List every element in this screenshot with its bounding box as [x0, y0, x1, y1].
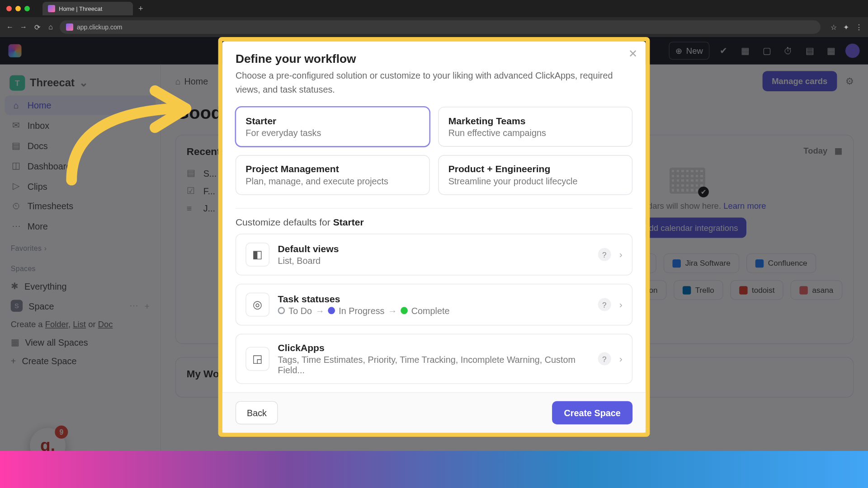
bottom-gradient-bar: [0, 451, 868, 488]
bookmark-icon[interactable]: ☆: [830, 23, 837, 32]
url-text: app.clickup.com: [77, 23, 122, 31]
new-tab-button[interactable]: +: [138, 4, 143, 14]
browser-tab[interactable]: Home | Threecat: [42, 2, 133, 15]
divider: [236, 208, 632, 208]
modal-highlight-border: ✕ Define your workflow Choose a pre-conf…: [218, 37, 650, 437]
modal-subtitle: Choose a pre-configured solution or cust…: [236, 69, 617, 96]
setting-task-statuses[interactable]: ◎ Task statuses To Do → In Progress →: [236, 284, 632, 325]
forward-icon[interactable]: →: [19, 23, 28, 32]
tab-title: Home | Threecat: [59, 5, 102, 12]
customize-label: Customize defaults for Starter: [222, 217, 646, 234]
preset-product-engineering[interactable]: Product + Engineering Streamline your pr…: [438, 155, 632, 195]
clickapps-icon: ◲: [245, 347, 269, 371]
browser-chrome: Home | Threecat + ← → ⟳ ⌂ app.clickup.co…: [0, 0, 868, 37]
home-icon[interactable]: ⌂: [46, 23, 55, 32]
nav-bar: ← → ⟳ ⌂ app.clickup.com ☆ ✦ ⋮: [0, 17, 868, 37]
close-window-icon[interactable]: [6, 6, 12, 11]
help-icon[interactable]: ?: [598, 352, 611, 366]
modal-container: ✕ Define your workflow Choose a pre-conf…: [218, 37, 650, 437]
chevron-right-icon: ›: [619, 249, 623, 260]
site-favicon-icon: [66, 23, 73, 31]
help-icon[interactable]: ?: [598, 248, 611, 261]
status-dot-inprogress: [328, 307, 335, 314]
status-pipeline: To Do → In Progress → Complete: [278, 305, 590, 315]
browser-right-controls: ☆ ✦ ⋮: [830, 23, 863, 32]
status-dot-complete: [401, 307, 408, 314]
arrow-icon: →: [316, 305, 325, 315]
reload-icon[interactable]: ⟳: [33, 23, 42, 32]
chevron-right-icon: ›: [619, 353, 623, 364]
preset-marketing[interactable]: Marketing Teams Run effective campaigns: [438, 107, 632, 146]
tab-bar: Home | Threecat +: [0, 0, 868, 17]
preset-project-management[interactable]: Project Management Plan, manage, and exe…: [236, 155, 430, 195]
views-icon: ◧: [245, 243, 269, 267]
back-icon[interactable]: ←: [5, 23, 14, 32]
back-button[interactable]: Back: [236, 401, 278, 424]
url-bar[interactable]: app.clickup.com: [60, 20, 821, 34]
chevron-right-icon: ›: [619, 299, 623, 310]
favicon-icon: [48, 5, 55, 12]
close-icon[interactable]: ✕: [628, 47, 637, 60]
status-icon: ◎: [245, 293, 269, 317]
define-workflow-modal: ✕ Define your workflow Choose a pre-conf…: [222, 41, 646, 432]
setting-clickapps[interactable]: ◲ ClickApps Tags, Time Estimates, Priori…: [236, 334, 632, 384]
preset-grid: Starter For everyday tasks Marketing Tea…: [222, 104, 646, 206]
status-dot-todo: [278, 307, 285, 314]
extensions-icon[interactable]: ✦: [843, 23, 849, 32]
create-space-button[interactable]: Create Space: [552, 401, 632, 424]
window-controls: [6, 6, 30, 11]
help-icon[interactable]: ?: [598, 298, 611, 311]
modal-title: Define your workflow: [236, 52, 632, 66]
arrow-icon: →: [388, 305, 397, 315]
maximize-window-icon[interactable]: [24, 6, 30, 11]
app-surface: ⊕ New ✔ ▦ ▢ ⏱ ▤ ▦ T Threecat ⌄: [0, 37, 868, 488]
preset-starter[interactable]: Starter For everyday tasks: [236, 107, 430, 146]
menu-icon[interactable]: ⋮: [855, 23, 863, 32]
minimize-window-icon[interactable]: [15, 6, 21, 11]
modal-footer: Back Create Space: [222, 392, 646, 433]
setting-default-views[interactable]: ◧ Default views List, Board ? ›: [236, 234, 632, 275]
